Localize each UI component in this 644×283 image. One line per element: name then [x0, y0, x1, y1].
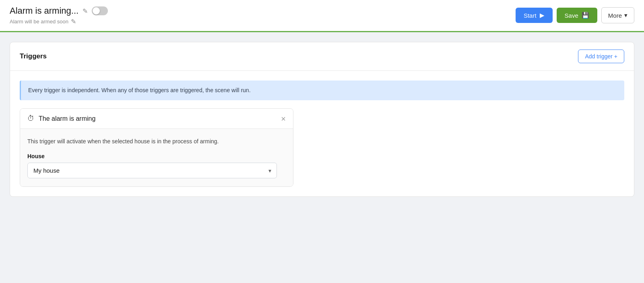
add-trigger-button[interactable]: Add trigger +	[578, 50, 624, 63]
subtitle-row: Alarm will be armed soon ✎	[10, 18, 108, 25]
trigger-card: ⏱ The alarm is arming × This trigger wil…	[20, 108, 293, 187]
start-label: Start	[524, 12, 537, 19]
house-label: House	[27, 153, 286, 159]
trigger-title-group: ⏱ The alarm is arming	[27, 114, 95, 123]
save-label: Save	[565, 12, 578, 19]
save-button[interactable]: Save 💾	[557, 8, 597, 23]
edit-subtitle-icon[interactable]: ✎	[71, 18, 76, 25]
trigger-name: The alarm is arming	[39, 115, 95, 122]
start-button[interactable]: Start ▶	[516, 8, 553, 23]
main-content: Triggers Add trigger + Every trigger is …	[0, 32, 644, 283]
page-title: Alarm is arming...	[10, 6, 78, 16]
card-body: Every trigger is independent. When any o…	[10, 71, 634, 196]
clock-icon: ⏱	[27, 114, 35, 123]
page-subtitle: Alarm will be armed soon	[10, 19, 68, 25]
header-actions: Start ▶ Save 💾 More ▾	[516, 6, 634, 29]
more-label: More	[608, 12, 622, 19]
house-select-wrapper: My house ▾	[27, 163, 277, 178]
save-icon: 💾	[582, 12, 589, 19]
triggers-title: Triggers	[20, 52, 47, 60]
triggers-card: Triggers Add trigger + Every trigger is …	[10, 42, 634, 197]
house-select[interactable]: My house	[27, 163, 277, 178]
header-left: Alarm is arming... ✎ Alarm will be armed…	[10, 6, 108, 31]
trigger-body: This trigger will activate when the sele…	[20, 129, 293, 186]
more-chevron-icon: ▾	[624, 12, 627, 19]
close-trigger-icon[interactable]: ×	[281, 115, 286, 123]
trigger-header: ⏱ The alarm is arming ×	[20, 109, 293, 129]
info-message: Every trigger is independent. When any o…	[20, 81, 624, 100]
more-button[interactable]: More ▾	[601, 7, 634, 23]
page-header: Alarm is arming... ✎ Alarm will be armed…	[0, 0, 644, 32]
edit-title-icon[interactable]: ✎	[83, 7, 88, 15]
play-icon: ▶	[540, 12, 545, 19]
title-row: Alarm is arming... ✎	[10, 6, 108, 16]
enable-toggle[interactable]	[92, 6, 108, 15]
card-header: Triggers Add trigger +	[10, 42, 634, 71]
trigger-description: This trigger will activate when the sele…	[27, 137, 286, 146]
